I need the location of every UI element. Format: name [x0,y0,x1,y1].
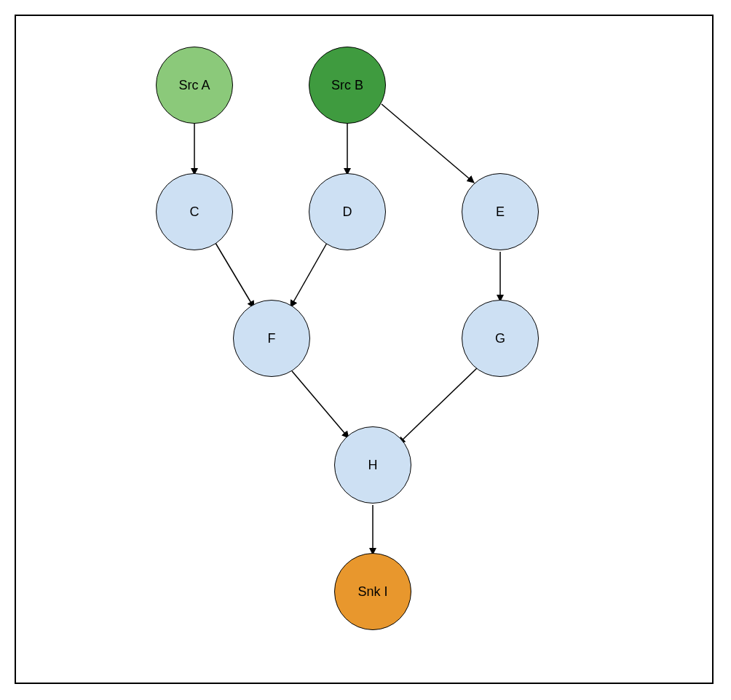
node-label: G [495,331,505,346]
node-src-b[interactable]: Src B [309,47,386,124]
diagram-frame: Src A Src B C D E F G H Snk I [15,15,714,684]
node-g[interactable]: G [462,300,539,377]
node-c[interactable]: C [156,173,233,250]
node-label: E [496,204,505,220]
node-label: C [190,204,199,220]
node-label: Snk I [357,584,387,600]
node-label: D [343,204,352,220]
edge-c-f [216,243,254,308]
node-label: Src B [331,78,363,93]
edge-b-e [382,104,474,183]
node-label: Src A [178,78,210,93]
edge-d-f [291,243,327,307]
node-d[interactable]: D [309,173,386,250]
edge-g-h [398,368,477,444]
node-snk-i[interactable]: Snk I [334,553,411,630]
node-f[interactable]: F [233,300,310,377]
node-label: F [268,331,276,346]
node-h[interactable]: H [334,426,411,504]
node-e[interactable]: E [462,173,539,250]
edge-f-h [292,371,349,438]
node-label: H [368,458,378,473]
node-src-a[interactable]: Src A [156,47,233,124]
